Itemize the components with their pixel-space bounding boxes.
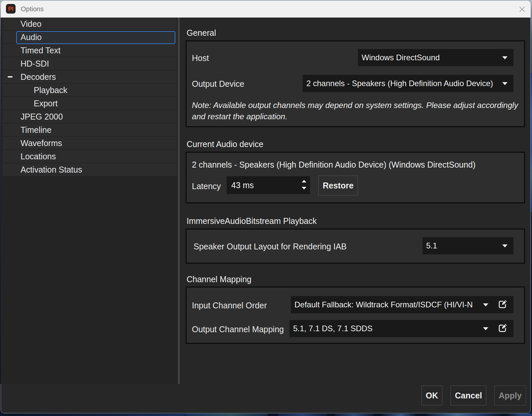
- sidebar-item-label: HD-SDI: [21, 59, 49, 69]
- wallpaper-streak: [334, 414, 374, 416]
- sidebar-item-label: Timeline: [21, 125, 52, 135]
- output-channels-note: Note: Available output channels may depe…: [192, 100, 518, 122]
- sidebar-item-playback[interactable]: Playback: [3, 84, 177, 96]
- app-icon: Pl: [6, 4, 16, 14]
- cancel-button[interactable]: Cancel: [451, 386, 486, 405]
- note-line-1: Note: Available output channels may depe…: [192, 100, 518, 111]
- sidebar-item-activation-status[interactable]: Activation Status: [3, 163, 177, 176]
- latency-spinbox[interactable]: 43 ms: [227, 176, 310, 194]
- sidebar-item-label: JPEG 2000: [21, 112, 63, 122]
- wallpaper-streak: [0, 414, 185, 416]
- sidebar-nav: Video Audio Timed Text HD-SDI Decoders P…: [1, 18, 178, 384]
- sidebar-splitter[interactable]: [178, 18, 180, 384]
- sidebar-item-label: Timed Text: [21, 46, 61, 55]
- edit-icon: [498, 300, 508, 309]
- speaker-layout-label: Speaker Output Layout for Rendering IAB: [194, 241, 347, 251]
- output-device-dropdown[interactable]: 2 channels - Speakers (High Definition A…: [303, 75, 513, 92]
- spin-down-icon[interactable]: [302, 187, 306, 189]
- window-title: Options: [21, 1, 44, 18]
- wallpaper-streak: [278, 414, 328, 416]
- sidebar-item-label: Activation Status: [21, 165, 82, 175]
- sidebar-item-decoders[interactable]: Decoders: [3, 71, 177, 83]
- latency-label: Latency: [192, 181, 221, 191]
- section-title-iab: ImmersiveAudioBitstream Playback: [187, 216, 317, 226]
- speaker-layout-dropdown[interactable]: 5.1: [422, 237, 513, 254]
- sidebar-item-label: Locations: [21, 152, 56, 161]
- edit-output-channel-mapping-button[interactable]: [498, 324, 508, 333]
- sidebar-item-label: Video: [21, 19, 42, 29]
- apply-button[interactable]: Apply: [494, 386, 526, 405]
- section-title-current-audio: Current Audio device: [187, 139, 263, 149]
- host-label: Host: [192, 53, 209, 63]
- chevron-down-icon: [483, 303, 488, 306]
- sidebar-item-locations[interactable]: Locations: [3, 150, 177, 163]
- sidebar-item-export[interactable]: Export: [3, 97, 177, 110]
- wallpaper-streak: [427, 413, 503, 416]
- selected-item-ring: [16, 31, 175, 44]
- latency-value: 43 ms: [231, 181, 254, 190]
- section-title-channel-mapping: Channel Mapping: [187, 274, 251, 284]
- close-button[interactable]: [515, 4, 529, 15]
- edit-icon: [498, 324, 508, 333]
- host-dropdown-value: Windows DirectSound: [362, 53, 440, 62]
- chevron-down-icon: [502, 82, 508, 85]
- sidebar-item-timeline[interactable]: Timeline: [3, 124, 177, 136]
- edit-input-channel-order-button[interactable]: [498, 300, 508, 309]
- ok-button[interactable]: OK: [421, 386, 442, 405]
- sidebar-item-hd-sdi[interactable]: HD-SDI: [3, 57, 177, 70]
- sidebar-item-jpeg-2000[interactable]: JPEG 2000: [3, 110, 177, 123]
- sidebar-item-label: Export: [34, 99, 58, 108]
- output-channel-mapping-value: 5.1, 7.1 DS, 7.1 SDDS: [293, 324, 373, 333]
- wallpaper-streak: [506, 413, 532, 416]
- output-channel-mapping-dropdown[interactable]: 5.1, 7.1 DS, 7.1 SDDS: [289, 320, 513, 337]
- input-channel-order-label: Input Channel Order: [192, 300, 267, 310]
- app-icon-text: Pl: [8, 6, 13, 12]
- sidebar-item-label: Decoders: [21, 72, 56, 82]
- chevron-down-icon: [483, 327, 488, 330]
- sidebar-item-waveforms[interactable]: Waveforms: [3, 137, 177, 149]
- input-channel-order-dropdown[interactable]: Default Fallback: Wildtrack Format/ISDCF…: [291, 296, 513, 313]
- host-dropdown[interactable]: Windows DirectSound: [358, 49, 513, 66]
- output-device-label: Output Device: [192, 79, 244, 89]
- speaker-layout-dropdown-value: 5.1: [426, 241, 437, 250]
- close-icon: [518, 6, 526, 13]
- note-line-2: and restart the application.: [192, 111, 518, 122]
- restore-button[interactable]: Restore: [318, 176, 358, 195]
- collapse-icon[interactable]: [8, 76, 13, 78]
- titlebar[interactable]: Pl Options: [1, 1, 531, 18]
- section-title-general: General: [187, 28, 216, 38]
- output-channel-mapping-label: Output Channel Mapping: [192, 324, 284, 334]
- sidebar-item-video[interactable]: Video: [3, 18, 177, 30]
- sidebar-item-label: Waveforms: [21, 138, 62, 148]
- sidebar-item-timed-text[interactable]: Timed Text: [3, 44, 177, 57]
- current-device-text: 2 channels - Speakers (High Definition A…: [192, 160, 475, 170]
- spin-up-icon[interactable]: [302, 180, 306, 182]
- wallpaper-streak: [380, 414, 417, 416]
- chevron-down-icon: [502, 56, 508, 59]
- chevron-down-icon: [502, 244, 508, 247]
- wallpaper-streak: [185, 413, 268, 416]
- sidebar-item-label: Playback: [34, 85, 67, 95]
- options-dialog: Pl Options Video Audio Timed Text HD-SDI…: [1, 1, 531, 413]
- output-device-dropdown-value: 2 channels - Speakers (High Definition A…: [306, 79, 493, 88]
- input-channel-order-value: Default Fallback: Wildtrack Format/ISDCF…: [294, 300, 473, 309]
